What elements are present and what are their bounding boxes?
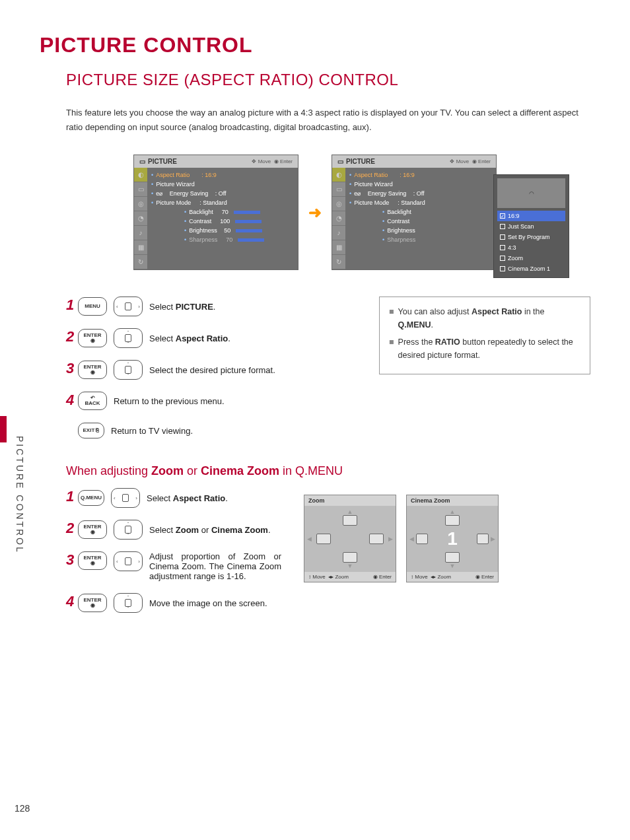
intro-text: This feature lets you choose the way an … <box>66 106 590 135</box>
remote-enter-button: ENTER◉ <box>78 361 107 379</box>
dropdown-preview: ◠ <box>497 178 565 208</box>
remote-nav-ud: ˆˇ <box>114 328 143 348</box>
dropdown-option: Cinema Zoom 1 <box>497 263 565 274</box>
section-title: PICTURE SIZE (ASPECT RATIO) CONTROL <box>66 71 590 89</box>
bullet-icon: ■ <box>389 305 394 332</box>
step-number: 3 <box>66 360 75 377</box>
enter-icon: ◉ <box>274 158 279 164</box>
cinema-zoom-panel: Cinema Zoom ▲ ▼ ◀ ▶ 1 ↕ Move ◂▸ Zoom◉ En… <box>406 495 499 582</box>
remote-nav-ud: ˆˇ <box>114 520 143 540</box>
screen-thumb-icon <box>369 534 384 544</box>
remote-nav-ud: ˆˇ <box>114 593 143 613</box>
osd-after-wrap: ▭PICTURE ✥ Move ◉ Enter ◐ ▭ ◎ ◔ ♪ ▦ ↻ •A… <box>332 155 497 270</box>
screen-thumb-icon <box>343 552 357 563</box>
screen-thumb-icon <box>416 534 428 544</box>
remote-exit-button: EXIT ⎘ <box>78 423 104 438</box>
screen-thumb-icon <box>316 534 331 544</box>
dropdown-option: Zoom <box>497 253 565 263</box>
tab-picture-icon: ◐ <box>134 168 147 182</box>
step-number: 3 <box>66 551 75 569</box>
dropdown-option: Set By Program <box>497 232 565 242</box>
tab-picture-icon: ◐ <box>332 168 345 182</box>
step-number: 1 <box>66 297 75 314</box>
step-text: Select Aspect Ratio. <box>147 493 228 503</box>
subsection-title: When adjusting Zoom or Cinema Zoom in Q.… <box>66 464 590 478</box>
monitor-icon: ▭ <box>337 158 343 165</box>
tab-icon: ↻ <box>332 255 345 269</box>
monitor-icon: ▭ <box>139 158 145 165</box>
zoom-panel: Zoom ▲ ▼ ◀ ▶ ↕ Move ◂▸ Zoom◉ Enter <box>304 495 396 582</box>
dropdown-option: 4:3 <box>497 242 565 253</box>
move-icon: ✥ <box>450 158 454 164</box>
tab-icon: ◎ <box>332 197 345 211</box>
side-section-label: PICTURE CONTROL <box>15 436 25 554</box>
remote-back-button: ↶BACK <box>78 392 107 410</box>
steps-zoom: 1 Q.MENU ‹› Select Aspect Ratio. 2 ENTER… <box>66 488 291 625</box>
tab-icon: ◎ <box>134 197 147 211</box>
tab-icon: ▭ <box>134 182 147 197</box>
arrow-right-icon: ➜ <box>308 203 322 222</box>
page-title: PICTURE CONTROL <box>40 33 590 57</box>
tab-icon: ◔ <box>332 211 345 226</box>
triangle-right-icon: ▶ <box>388 536 393 542</box>
remote-enter-button: ENTER◉ <box>78 594 107 612</box>
step-text: Return to the previous menu. <box>114 396 225 406</box>
step-number: 2 <box>66 328 75 345</box>
remote-enter-button: ENTER◉ <box>78 329 107 347</box>
step-text: Return to TV viewing. <box>111 426 193 436</box>
screen-thumb-icon <box>445 515 460 526</box>
remote-enter-button: ENTER◉ <box>78 520 107 539</box>
osd-screenshots: ▭PICTURE ✥ Move ◉ Enter ◐ ▭ ◎ ◔ ♪ ▦ ↻ •A… <box>40 155 590 270</box>
osd-before: ▭PICTURE ✥ Move ◉ Enter ◐ ▭ ◎ ◔ ♪ ▦ ↻ •A… <box>133 155 298 270</box>
dropdown-option: Just Scan <box>497 221 565 232</box>
tab-icon: ◔ <box>134 211 147 226</box>
tab-icon: ▦ <box>134 240 147 255</box>
tab-icon: ♪ <box>332 226 345 240</box>
screen-thumb-icon <box>477 534 489 544</box>
step-number: 1 <box>66 488 75 505</box>
triangle-right-icon: ▶ <box>491 536 495 542</box>
notes-box: ■You can also adjust Aspect Ratio in the… <box>379 297 590 374</box>
triangle-left-icon: ◀ <box>307 536 312 542</box>
page-number: 128 <box>15 803 30 814</box>
step-number: 4 <box>66 392 75 409</box>
step-text: Select PICTURE. <box>149 302 215 312</box>
aspect-ratio-dropdown: ◠ ✓16:9 Just Scan Set By Program 4:3 Zoo… <box>493 174 569 278</box>
remote-menu-button: MENU <box>78 297 107 316</box>
step-text: Select Zoom or Cinema Zoom. <box>149 525 271 535</box>
step-text: Select Aspect Ratio. <box>149 333 230 343</box>
step-text: Move the image on the screen. <box>149 598 267 608</box>
zoom-screenshots: Zoom ▲ ▼ ◀ ▶ ↕ Move ◂▸ Zoom◉ Enter Cinem… <box>304 495 499 625</box>
remote-qmenu-button: Q.MENU <box>78 490 104 506</box>
side-tab <box>0 416 7 442</box>
step-number: 2 <box>66 520 75 537</box>
move-icon: ✥ <box>252 158 256 164</box>
steps-primary: 1 MENU ‹› Select PICTURE. 2 ENTER◉ ˆˇ Se… <box>66 297 359 451</box>
bullet-icon: ■ <box>389 335 394 362</box>
step-text: Adjust proportion of Zoom or Cinema Zoom… <box>149 551 281 581</box>
screen-thumb-icon <box>343 515 357 526</box>
triangle-left-icon: ◀ <box>409 536 414 542</box>
dropdown-option: ✓16:9 <box>497 211 565 221</box>
cinema-zoom-value: 1 <box>447 528 458 549</box>
remote-nav-lr: ‹› <box>111 488 140 508</box>
triangle-up-icon: ▲ <box>450 508 456 515</box>
remote-nav-lr: ‹› <box>114 551 143 571</box>
tab-icon: ▭ <box>332 182 345 197</box>
enter-icon: ◉ <box>472 158 477 164</box>
triangle-down-icon: ▼ <box>347 563 353 569</box>
tab-icon: ♪ <box>134 226 147 240</box>
screen-thumb-icon <box>445 552 460 563</box>
triangle-up-icon: ▲ <box>347 508 353 515</box>
triangle-down-icon: ▼ <box>450 563 456 569</box>
tab-icon: ↻ <box>134 255 147 269</box>
remote-nav-lr: ‹› <box>114 297 143 316</box>
remote-nav-ud: ˆˇ <box>114 360 143 380</box>
remote-enter-button: ENTER◉ <box>78 551 107 570</box>
osd-after: ▭PICTURE ✥ Move ◉ Enter ◐ ▭ ◎ ◔ ♪ ▦ ↻ •A… <box>332 155 497 270</box>
step-text: Select the desired picture format. <box>149 365 275 375</box>
tab-icon: ▦ <box>332 240 345 255</box>
step-number: 4 <box>66 593 75 610</box>
